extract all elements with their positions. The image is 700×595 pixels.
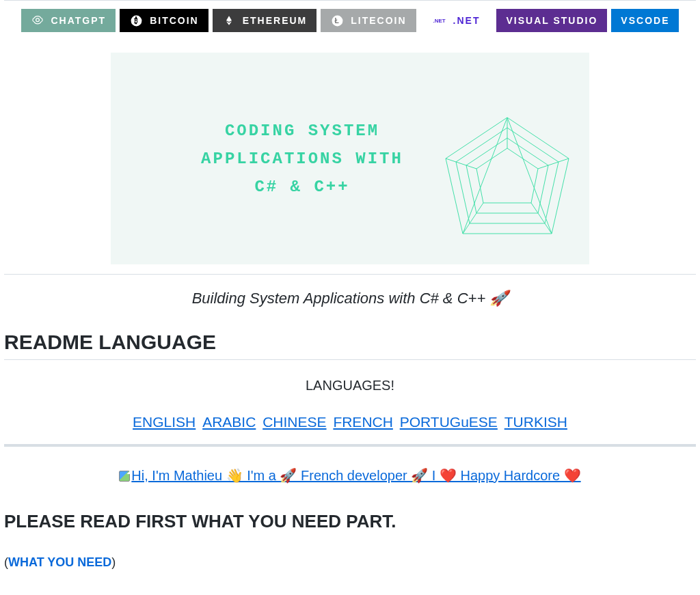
thick-divider — [4, 444, 696, 447]
svg-text:Ł: Ł — [334, 17, 340, 25]
lang-chinese[interactable]: CHINESE — [262, 414, 326, 430]
badge-litecoin[interactable]: Ł LITECOIN — [321, 9, 416, 32]
bitcoin-icon: ₿ — [129, 14, 143, 27]
svg-marker-7 — [466, 138, 548, 213]
lang-english[interactable]: ENGLISH — [133, 414, 196, 430]
lang-portuguese[interactable]: PORTUGuESE — [400, 414, 498, 430]
hero-geometric-icon — [432, 107, 582, 258]
svg-line-13 — [446, 158, 476, 169]
subtitle: Building System Applications with C# & C… — [4, 290, 696, 307]
top-divider — [4, 0, 696, 1]
what-you-need-line: (WHAT YOU NEED) — [4, 555, 696, 570]
badge-bitcoin[interactable]: ₿ BITCOIN — [120, 9, 208, 32]
language-links: ENGLISH ARABIC CHINESE FRENCH PORTUGuESE… — [4, 414, 696, 430]
svg-line-10 — [538, 158, 569, 169]
badge-label: VSCODE — [621, 15, 669, 26]
section-divider — [4, 274, 696, 275]
ethereum-icon — [222, 14, 236, 27]
typing-svg-text: Hi, I'm Mathieu 👋 I'm a 🚀 French develop… — [131, 468, 580, 483]
dotnet-icon: .NET — [433, 14, 446, 27]
badge-label: CHATGPT — [51, 15, 107, 26]
badge-ethereum[interactable]: ETHEREUM — [213, 9, 317, 32]
svg-line-14 — [507, 117, 552, 234]
what-you-need-link[interactable]: WHAT YOU NEED — [8, 555, 111, 569]
please-read-heading: PLEASE READ FIRST WHAT YOU NEED PART. — [4, 511, 696, 532]
chatgpt-icon — [31, 14, 44, 27]
badge-dotnet[interactable]: .NET .NET — [420, 9, 493, 32]
litecoin-icon: Ł — [330, 14, 344, 27]
hero-line-3: C# & C++ — [172, 174, 432, 202]
lang-turkish[interactable]: TURKISH — [504, 414, 567, 430]
badge-bar: CHATGPT ₿ BITCOIN ETHEREUM Ł LITECOIN — [4, 9, 696, 32]
svg-marker-8 — [476, 148, 538, 203]
badge-label: LITECOIN — [351, 15, 406, 26]
readme-language-heading: README LANGUAGE — [4, 331, 696, 360]
badge-label: .NET — [453, 15, 481, 26]
typing-svg-link-wrap: Hi, I'm Mathieu 👋 I'm a 🚀 French develop… — [4, 467, 696, 484]
typing-svg-link[interactable]: Hi, I'm Mathieu 👋 I'm a 🚀 French develop… — [119, 468, 580, 483]
svg-line-15 — [463, 117, 507, 234]
svg-point-0 — [36, 18, 39, 22]
languages-label: LANGUAGES! — [4, 378, 696, 393]
hero-line-1: CODING SYSTEM — [172, 117, 432, 146]
broken-image-icon — [119, 471, 130, 482]
hero-text: CODING SYSTEM APPLICATIONS WITH C# & C++ — [172, 117, 432, 201]
hero-line-2: APPLICATIONS WITH — [172, 146, 432, 174]
badge-label: ETHEREUM — [243, 15, 308, 26]
hero-banner-wrap: CODING SYSTEM APPLICATIONS WITH C# & C++ — [4, 53, 696, 264]
badge-chatgpt[interactable]: CHATGPT — [21, 9, 116, 32]
badge-vscode[interactable]: VSCODE — [611, 9, 679, 32]
lang-french[interactable]: FRENCH — [333, 414, 393, 430]
lang-arabic[interactable]: ARABIC — [202, 414, 256, 430]
svg-text:₿: ₿ — [133, 16, 139, 25]
hero-banner: CODING SYSTEM APPLICATIONS WITH C# & C++ — [111, 53, 589, 264]
badge-visual-studio[interactable]: VISUAL STUDIO — [496, 9, 607, 32]
badge-label: VISUAL STUDIO — [506, 15, 597, 26]
badge-label: BITCOIN — [150, 15, 199, 26]
